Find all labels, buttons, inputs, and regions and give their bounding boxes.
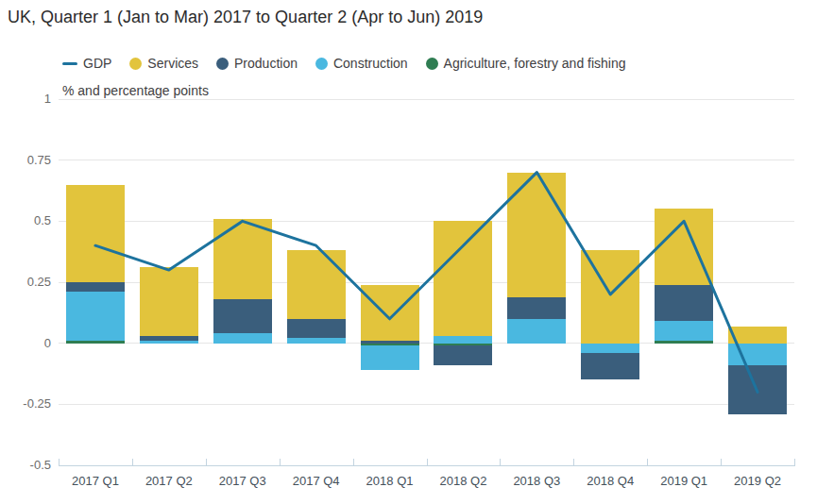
x-axis-label-2018-q1: 2018 Q1 <box>353 474 427 488</box>
bar-segment-services-2018-q1[interactable] <box>361 285 419 341</box>
legend-item-production[interactable]: Production <box>216 56 298 71</box>
x-axis-tick <box>59 459 60 465</box>
bar-segment-services-2017-q1[interactable] <box>66 185 125 282</box>
x-axis-tick <box>353 459 354 465</box>
bar-segment-services-2017-q4[interactable] <box>287 250 346 318</box>
bar-segment-production-2017-q4[interactable] <box>287 319 346 339</box>
chart-unit-label: % and percentage points <box>62 83 209 98</box>
legend-swatch-gdp-line-icon <box>62 62 77 65</box>
legend-label: Services <box>147 56 198 71</box>
x-axis-line <box>59 465 795 466</box>
bar-segment-services-2019-q2[interactable] <box>728 327 787 344</box>
x-axis-label-2019-q2: 2019 Q2 <box>721 474 794 488</box>
bar-segment-production-2017-q2[interactable] <box>140 336 198 341</box>
x-axis-tick <box>500 459 501 465</box>
bar-segment-production-2017-q1[interactable] <box>66 282 125 292</box>
bar-segment-construction-2018-q1[interactable] <box>361 345 419 370</box>
y-axis-label: 0.75 <box>4 153 51 167</box>
bar-segment-production-2018-q1[interactable] <box>361 341 419 344</box>
legend-label: Construction <box>333 56 408 71</box>
legend-item-agriculture-forestry-and-fishing[interactable]: Agriculture, forestry and fishing <box>426 56 626 71</box>
chart-title: UK, Quarter 1 (Jan to Mar) 2017 to Quart… <box>8 8 483 27</box>
y-axis-label: 0.5 <box>4 213 51 227</box>
chart-legend: GDPServicesProductionConstructionAgricul… <box>62 56 626 71</box>
bar-segment-services-2018-q4[interactable] <box>581 250 639 343</box>
x-axis-label-2018-q4: 2018 Q4 <box>573 474 647 488</box>
bar-segment-services-2018-q3[interactable] <box>507 173 566 297</box>
bar-segment-construction-2018-q3[interactable] <box>507 319 566 344</box>
x-axis-label-2017-q4: 2017 Q4 <box>280 474 353 488</box>
gridline--0.25 <box>59 404 794 405</box>
x-axis-label-2018-q3: 2018 Q3 <box>500 474 573 488</box>
bar-segment-services-2017-q2[interactable] <box>140 267 198 335</box>
legend-item-gdp[interactable]: GDP <box>62 56 111 71</box>
legend-item-construction[interactable]: Construction <box>315 56 408 71</box>
legend-swatch-production-dot-icon <box>216 58 229 70</box>
bar-segment-construction-2017-q2[interactable] <box>140 341 198 344</box>
bar-segment-agriculture-forestry-and-fishing-2017-q1[interactable] <box>66 341 125 344</box>
bar-segment-construction-2019-q1[interactable] <box>655 321 713 341</box>
gridline-0.75 <box>59 160 794 160</box>
bar-segment-construction-2018-q4[interactable] <box>581 344 639 353</box>
legend-swatch-agriculture-forestry-and-fishing-dot-icon <box>426 58 438 70</box>
x-axis-tick <box>280 459 281 465</box>
y-axis-label: -0.25 <box>4 396 51 411</box>
bar-segment-production-2019-q2[interactable] <box>728 365 787 414</box>
legend-swatch-services-dot-icon <box>129 58 142 70</box>
x-axis-tick <box>427 459 428 465</box>
legend-label: GDP <box>83 56 111 71</box>
bar-segment-production-2019-q1[interactable] <box>655 285 713 322</box>
y-axis-label: 1 <box>4 92 51 106</box>
gdp-contributions-chart: UK, Quarter 1 (Jan to Mar) 2017 to Quart… <box>0 0 817 504</box>
x-axis-tick <box>573 459 574 465</box>
x-axis-tick <box>132 459 133 465</box>
x-axis-tick <box>206 459 207 465</box>
legend-swatch-construction-dot-icon <box>315 58 328 70</box>
bar-segment-services-2017-q3[interactable] <box>213 219 272 299</box>
bar-segment-construction-2018-q2[interactable] <box>434 336 492 344</box>
x-axis-label-2017-q3: 2017 Q3 <box>206 474 280 488</box>
bar-segment-construction-2017-q3[interactable] <box>213 333 272 343</box>
x-axis-tick <box>794 459 795 465</box>
bar-segment-construction-2017-q1[interactable] <box>66 292 125 341</box>
legend-item-services[interactable]: Services <box>129 56 198 71</box>
bar-segment-services-2018-q2[interactable] <box>434 221 492 336</box>
x-axis-label-2019-q1: 2019 Q1 <box>647 474 721 488</box>
bar-segment-production-2018-q2[interactable] <box>434 345 492 365</box>
y-axis-label: -0.5 <box>4 458 51 472</box>
x-axis-label-2017-q1: 2017 Q1 <box>59 474 132 488</box>
bar-segment-construction-2019-q2[interactable] <box>728 344 787 365</box>
x-axis-tick <box>721 459 722 465</box>
bar-segment-production-2018-q3[interactable] <box>507 297 566 319</box>
legend-label: Production <box>234 56 298 71</box>
bar-segment-production-2017-q3[interactable] <box>213 299 272 333</box>
y-axis-label: 0.25 <box>4 275 51 289</box>
bar-segment-services-2019-q1[interactable] <box>655 209 713 284</box>
x-axis-label-2017-q2: 2017 Q2 <box>132 474 206 488</box>
bar-segment-production-2018-q4[interactable] <box>581 353 639 379</box>
legend-label: Agriculture, forestry and fishing <box>444 56 626 71</box>
bar-segment-agriculture-forestry-and-fishing-2019-q1[interactable] <box>655 341 713 344</box>
gridline-1 <box>59 99 794 100</box>
x-axis-label-2018-q2: 2018 Q2 <box>427 474 501 488</box>
bar-segment-construction-2017-q4[interactable] <box>287 338 346 343</box>
x-axis-tick <box>647 459 648 465</box>
y-axis-label: 0 <box>4 336 51 350</box>
